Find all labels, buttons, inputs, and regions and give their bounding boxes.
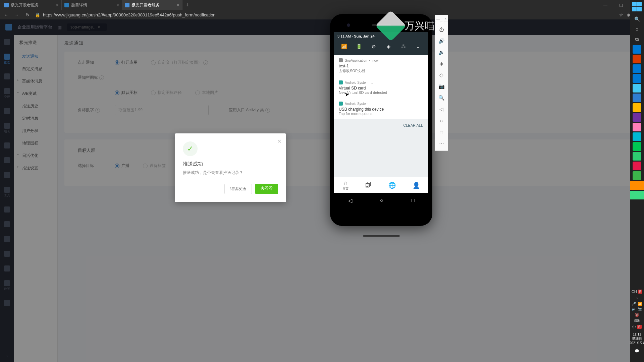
nav-home-icon[interactable]: ○ xyxy=(380,197,383,203)
favorites-icon[interactable]: ☆ xyxy=(619,12,623,17)
battery-icon[interactable]: 🔋 xyxy=(356,44,362,50)
browser-tab[interactable]: 极光开发者服务 × xyxy=(122,0,182,10)
dialog-title: 推送成功 xyxy=(183,161,278,167)
search-icon[interactable]: 🔍 xyxy=(633,15,641,23)
tray-icons[interactable]: 🎤 📶 🔈 📷 xyxy=(630,301,644,312)
chevron-down-icon[interactable]: ⌄ xyxy=(371,81,373,84)
tool-minimize-icon[interactable]: — xyxy=(436,17,440,21)
screenshot-icon[interactable]: 📷 xyxy=(437,82,446,91)
more-icon[interactable]: ⋯ xyxy=(437,139,446,148)
windows-taskbar: 🔍 ○ ⧉ CH S ‹ 🎤 📶 🔈 📷 🔇 ⌨ 中 S 11:11 星期日 2… xyxy=(630,0,644,362)
taskbar-app-icon[interactable] xyxy=(630,181,644,190)
action-center-icon[interactable]: 💬 xyxy=(630,348,644,354)
address-bar[interactable]: 🔒 https://www.jiguang.cn/jpush2/#/app/90… xyxy=(35,12,615,17)
expand-icon[interactable]: ⌄ xyxy=(415,44,422,50)
cortana-icon[interactable]: ○ xyxy=(633,25,641,34)
nav-recent-icon[interactable]: □ xyxy=(411,197,415,203)
window-minimize[interactable]: ― xyxy=(598,0,613,10)
volume-up-icon[interactable]: 🔊 xyxy=(437,36,446,46)
notif-app-name: SopApplication xyxy=(345,59,367,62)
phone-speaker xyxy=(372,24,391,26)
success-dialog: × ✓ 推送成功 推送成功，是否去查看推送记录？ 继续发送 去看看 xyxy=(175,133,286,202)
tab-title: 题目详情 xyxy=(71,2,87,8)
rotate-left-icon[interactable]: ◈ xyxy=(437,59,446,68)
signal-icon[interactable]: 📶 xyxy=(341,44,347,50)
notif-when: now xyxy=(372,59,378,62)
tray-keyboard-icon[interactable]: ⌨ xyxy=(630,318,644,324)
notification[interactable]: SopApplication • nowtest-1去修改SOP文档 xyxy=(334,55,428,77)
taskbar-app-icon[interactable] xyxy=(633,113,641,122)
taskbar-app-icon[interactable] xyxy=(633,132,641,141)
power-icon[interactable]: ⏻ xyxy=(437,25,446,34)
taskbar-app-icon[interactable] xyxy=(633,94,641,102)
notif-body: Tap for more options. xyxy=(339,112,424,116)
taskbar-app-icon[interactable] xyxy=(630,191,644,199)
rotation-icon[interactable]: ◈ xyxy=(385,44,392,50)
app-icon xyxy=(339,102,343,106)
system-clock[interactable]: CH S ‹ 🎤 📶 🔈 📷 🔇 ⌨ 中 S 11:11 星期日 2021/1/… xyxy=(629,287,644,362)
taskbar-app-icon[interactable] xyxy=(633,152,641,161)
clock-time: 11:11 xyxy=(630,332,644,337)
taskbar-app-icon[interactable] xyxy=(633,74,641,83)
volume-down-icon[interactable]: 🔉 xyxy=(437,48,446,57)
overview-icon[interactable]: □ xyxy=(437,127,446,137)
taskbar-app-icon[interactable] xyxy=(633,162,641,170)
tab-3[interactable]: 🌐 xyxy=(388,182,396,189)
rotate-right-icon[interactable]: ◇ xyxy=(437,70,446,80)
taskbar-app-icon[interactable] xyxy=(633,103,641,112)
taskbar-app-icon[interactable] xyxy=(633,142,641,151)
notif-title: test-1 xyxy=(339,64,424,68)
phone-bottom-nav: ⌂首页 🗐 🌐 👤 xyxy=(334,177,428,193)
favicon-icon xyxy=(64,3,69,7)
new-tab-button[interactable]: + xyxy=(182,2,192,9)
tab-2[interactable]: 🗐 xyxy=(365,182,371,189)
bluetooth-icon[interactable]: ⁂ xyxy=(400,44,407,50)
clear-all-button[interactable]: CLEAR ALL xyxy=(334,119,428,131)
favicon-icon xyxy=(125,3,129,7)
tab-bar: 极光开发者服务 × 题目详情 × 极光开发者服务 × + xyxy=(0,0,644,10)
notif-app-name: Android System xyxy=(345,102,369,106)
lock-icon: 🔒 xyxy=(35,12,40,17)
tool-close-icon[interactable]: × xyxy=(444,17,446,21)
close-icon[interactable]: × xyxy=(277,137,281,145)
tab-close-icon[interactable]: × xyxy=(116,2,119,8)
app-icon xyxy=(339,80,343,84)
clock-date: 2021/1/24 xyxy=(630,341,644,345)
phone-camera xyxy=(347,23,350,27)
tab-title: 极光开发者服务 xyxy=(131,2,160,8)
browser-tab[interactable]: 题目详情 × xyxy=(62,0,122,10)
taskbar-app-icon[interactable] xyxy=(633,123,641,131)
tray-ime2[interactable]: 中 S xyxy=(630,324,644,330)
tab-4[interactable]: 👤 xyxy=(413,182,420,189)
notification[interactable]: Android SystemUSB charging this deviceTa… xyxy=(334,98,428,119)
zoom-icon[interactable]: 🔍 xyxy=(437,93,446,103)
home-tab[interactable]: ⌂首页 xyxy=(342,180,348,191)
nav-back-icon[interactable]: ← xyxy=(3,12,9,17)
start-button[interactable] xyxy=(632,2,642,11)
back-icon[interactable]: ◁ xyxy=(437,105,446,114)
dnd-icon[interactable]: ⊘ xyxy=(370,44,377,50)
taskbar-app-icon[interactable] xyxy=(633,55,641,63)
tray-expand-icon[interactable]: ‹ xyxy=(630,295,644,301)
window-maximize[interactable]: ▢ xyxy=(613,0,629,10)
tray-mute-icon[interactable]: 🔇 xyxy=(630,312,644,318)
taskbar-app-icon[interactable] xyxy=(633,171,641,180)
taskbar-app-icon[interactable] xyxy=(633,64,641,73)
tab-close-icon[interactable]: × xyxy=(177,2,179,8)
tab-close-icon[interactable]: × xyxy=(56,2,59,8)
nav-refresh-icon[interactable]: ↻ xyxy=(24,12,31,17)
taskbar-app-icon[interactable] xyxy=(633,84,641,93)
go-view-button[interactable]: 去看看 xyxy=(255,184,278,194)
browser-tab[interactable]: 极光开发者服务 × xyxy=(1,0,62,10)
notification[interactable]: Android System ⌄Virtual SD cardNew Virtu… xyxy=(334,77,428,98)
continue-send-button[interactable]: 继续发送 xyxy=(224,184,252,194)
task-view-icon[interactable]: ⧉ xyxy=(633,35,641,44)
phone-time: 3:11 AM · Sun, Jan 24 xyxy=(337,34,375,38)
taskbar-app-icon[interactable] xyxy=(633,45,641,54)
quick-settings: 📶 🔋 ⊘ ◈ ⁂ ⌄ xyxy=(334,40,428,55)
tray-ime[interactable]: CH S xyxy=(630,289,644,295)
modal-backdrop[interactable] xyxy=(0,19,644,362)
home-icon[interactable]: ○ xyxy=(437,116,446,125)
nav-back-icon[interactable]: ◁ xyxy=(348,197,352,204)
nav-forward-icon[interactable]: → xyxy=(13,12,20,17)
